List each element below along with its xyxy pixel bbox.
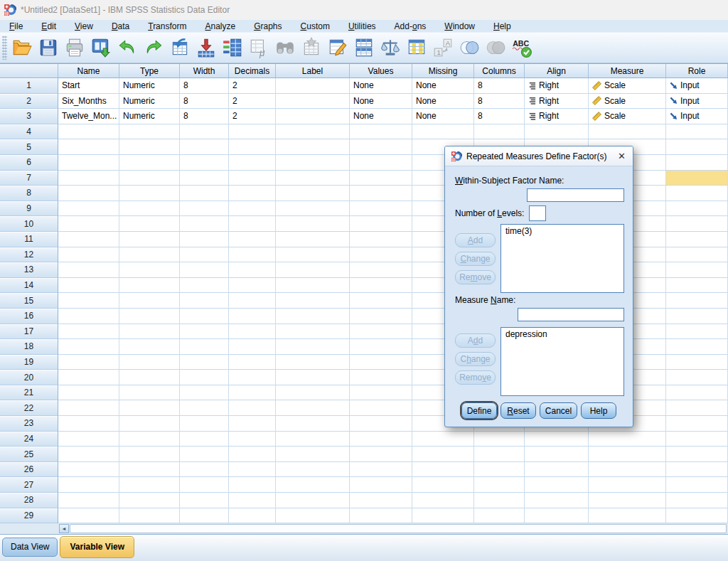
cell-label[interactable]: [276, 508, 350, 524]
row-header[interactable]: 18: [0, 339, 58, 355]
cell-decimals[interactable]: [229, 262, 276, 278]
cell-decimals[interactable]: [229, 309, 276, 324]
menu-data[interactable]: Data: [102, 21, 139, 31]
scrollbar-thumb[interactable]: [70, 524, 727, 533]
cell-columns[interactable]: [474, 432, 525, 447]
cell-name[interactable]: [58, 309, 119, 324]
cell-type[interactable]: [119, 416, 180, 432]
cell-name[interactable]: Six_Months: [58, 94, 119, 109]
cell-missing[interactable]: [412, 462, 474, 478]
cell-name[interactable]: [58, 278, 119, 294]
cell-name[interactable]: [58, 508, 119, 524]
cell-label[interactable]: [276, 400, 350, 416]
cell-width[interactable]: [180, 324, 229, 340]
cell-name[interactable]: [58, 139, 119, 155]
col-header-columns[interactable]: Columns: [474, 64, 525, 78]
cell-values[interactable]: [350, 416, 412, 432]
cell-missing[interactable]: [412, 447, 474, 462]
cell-decimals[interactable]: [229, 293, 276, 309]
col-header-measure[interactable]: Measure: [589, 64, 666, 78]
cell-role[interactable]: [666, 370, 728, 385]
cell-decimals[interactable]: [229, 508, 276, 524]
row-header[interactable]: 10: [0, 216, 58, 232]
cell-name[interactable]: [58, 247, 119, 263]
cell-decimals[interactable]: [229, 201, 276, 217]
cell-columns[interactable]: 8: [474, 78, 525, 94]
cell-type[interactable]: [119, 370, 180, 385]
row-header[interactable]: 17: [0, 324, 58, 340]
measure-name-input[interactable]: [518, 308, 624, 321]
cell-values[interactable]: [350, 493, 412, 508]
cell-width[interactable]: [180, 477, 229, 493]
row-header[interactable]: 2: [0, 94, 58, 109]
cell-align[interactable]: Right: [525, 78, 589, 94]
cell-values[interactable]: [350, 293, 412, 309]
cell-label[interactable]: [276, 447, 350, 462]
cell-values[interactable]: [350, 186, 412, 201]
measure-add[interactable]: Add: [455, 333, 496, 348]
print-icon[interactable]: [63, 35, 89, 61]
cell-values[interactable]: [350, 324, 412, 340]
cell-decimals[interactable]: [229, 385, 276, 401]
cell-role[interactable]: [666, 462, 728, 478]
undo-icon[interactable]: [115, 35, 141, 61]
corner-cell[interactable]: [0, 64, 58, 78]
cell-decimals[interactable]: [229, 186, 276, 201]
cell-type[interactable]: [119, 186, 180, 201]
row-header[interactable]: 1: [0, 78, 58, 94]
cell-decimals[interactable]: [229, 155, 276, 171]
cell-missing[interactable]: [412, 508, 474, 524]
cell-measure[interactable]: Scale: [589, 78, 666, 94]
cell-name[interactable]: [58, 355, 119, 370]
cell-type[interactable]: [119, 155, 180, 171]
cell-values[interactable]: [350, 462, 412, 478]
row-header[interactable]: 8: [0, 186, 58, 201]
cell-decimals[interactable]: 2: [229, 109, 276, 124]
cell-name[interactable]: [58, 124, 119, 140]
cell-columns[interactable]: [474, 508, 525, 524]
row-header[interactable]: 3: [0, 109, 58, 124]
cell-columns[interactable]: [474, 447, 525, 462]
cell-name[interactable]: [58, 432, 119, 447]
cell-role[interactable]: [666, 293, 728, 309]
open-data-icon[interactable]: [10, 35, 36, 61]
cell-columns[interactable]: 8: [474, 109, 525, 124]
factor-name-input[interactable]: [527, 188, 624, 202]
cell-label[interactable]: [276, 293, 350, 309]
cell-values[interactable]: [350, 247, 412, 263]
cell-role[interactable]: [666, 493, 728, 508]
cell-width[interactable]: 8: [180, 78, 229, 94]
cell-name[interactable]: [58, 339, 119, 355]
cell-columns[interactable]: [474, 124, 525, 140]
cell-label[interactable]: [276, 339, 350, 355]
cell-type[interactable]: [119, 339, 180, 355]
insert-cases-icon[interactable]: [299, 35, 326, 61]
row-header[interactable]: 26: [0, 462, 58, 478]
menu-utilities[interactable]: Utilities: [339, 21, 385, 31]
cell-width[interactable]: [180, 385, 229, 401]
cell-values[interactable]: [350, 171, 412, 186]
cell-name[interactable]: Twelve_Mon...: [58, 109, 119, 124]
cell-values[interactable]: [350, 447, 412, 462]
cell-width[interactable]: [180, 400, 229, 416]
menu-custom[interactable]: Custom: [291, 21, 339, 31]
cell-decimals[interactable]: [229, 278, 276, 294]
cell-width[interactable]: [180, 508, 229, 524]
row-header[interactable]: 15: [0, 293, 58, 309]
cell-width[interactable]: [180, 232, 229, 247]
cell-width[interactable]: [180, 201, 229, 217]
cell-decimals[interactable]: [229, 124, 276, 140]
cell-label[interactable]: [276, 232, 350, 247]
cell-decimals[interactable]: [229, 493, 276, 508]
cell-values[interactable]: [350, 262, 412, 278]
scroll-left-icon[interactable]: ◄: [59, 524, 69, 533]
factor-list-item[interactable]: time(3): [501, 225, 623, 237]
menu-file[interactable]: File: [0, 21, 32, 31]
cell-name[interactable]: [58, 201, 119, 217]
cell-type[interactable]: [119, 201, 180, 217]
cell-type[interactable]: [119, 278, 180, 294]
cell-decimals[interactable]: [229, 416, 276, 432]
cell-label[interactable]: [276, 171, 350, 186]
cell-role[interactable]: [666, 508, 728, 524]
factor-change[interactable]: Change: [455, 252, 496, 266]
